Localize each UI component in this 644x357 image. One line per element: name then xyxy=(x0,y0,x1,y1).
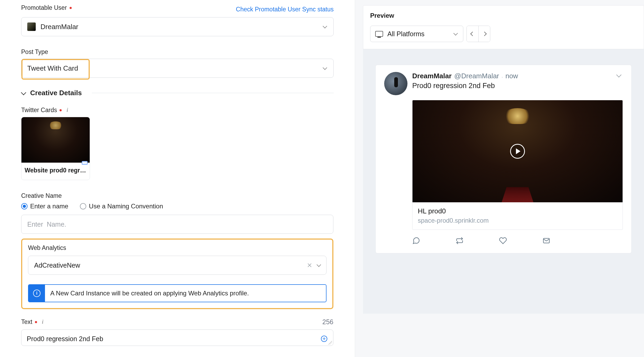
tweet-menu-icon[interactable] xyxy=(617,73,623,79)
preview-next-button[interactable] xyxy=(478,26,490,42)
radio-icon xyxy=(21,203,28,209)
post-type-label: Post Type xyxy=(21,48,334,56)
chevron-right-icon xyxy=(482,32,487,36)
required-dot-icon xyxy=(60,109,62,111)
radio-icon xyxy=(80,203,86,209)
play-icon[interactable] xyxy=(510,144,525,159)
tweet-card-image xyxy=(412,100,623,202)
tweet-preview: DreamMalar @DreamMalar · now Prod0 regre… xyxy=(376,65,631,253)
web-analytics-block: Web Analytics AdCreativeNew i A New Card… xyxy=(21,239,333,309)
clear-icon[interactable] xyxy=(307,263,312,268)
chandelier-icon xyxy=(48,121,63,129)
twitter-card-thumb[interactable]: Website prod0 regre... xyxy=(21,117,90,180)
radio-label: Enter a name xyxy=(30,203,68,210)
chandelier-icon xyxy=(503,108,532,124)
carpet-decoration xyxy=(502,187,533,202)
reply-icon[interactable] xyxy=(412,237,420,245)
web-analytics-value: AdCreativeNew xyxy=(34,262,80,269)
post-type-value: Tweet With Card xyxy=(27,64,78,72)
card-thumb-title: Website prod0 regre... xyxy=(21,163,90,180)
web-analytics-info-text: A New Card Instance will be created on a… xyxy=(45,285,254,302)
required-dot-icon xyxy=(35,321,37,323)
dot-separator: · xyxy=(502,75,503,79)
retweet-icon[interactable] xyxy=(456,237,464,245)
card-type-badge xyxy=(82,161,88,165)
preview-stage: DreamMalar @DreamMalar · now Prod0 regre… xyxy=(363,49,644,314)
tweet-card[interactable]: HL prod0 space-prod0.sprinklr.com xyxy=(412,100,623,230)
post-type-select[interactable]: Tweet With Card xyxy=(21,59,334,78)
chevron-down-icon xyxy=(21,90,26,96)
web-analytics-label: Web Analytics xyxy=(28,244,326,251)
info-badge-icon: i xyxy=(29,285,45,302)
chevron-down-icon xyxy=(453,31,458,36)
chevron-down-icon xyxy=(317,263,321,268)
creative-details-section[interactable]: Creative Details xyxy=(21,89,334,97)
preview-title: Preview xyxy=(370,12,394,19)
tweet-avatar xyxy=(384,72,407,95)
info-icon[interactable]: i xyxy=(40,319,46,325)
add-variable-icon[interactable] xyxy=(321,336,327,342)
creative-name-label: Creative Name xyxy=(21,192,334,199)
card-thumb-image xyxy=(21,117,90,163)
text-value: Prod0 regression 2nd Feb xyxy=(27,335,328,344)
chevron-down-icon xyxy=(323,24,328,29)
chevron-down-icon xyxy=(323,66,328,71)
tweet-body: Prod0 regression 2nd Feb xyxy=(412,82,612,90)
resize-handle-icon[interactable] xyxy=(328,341,332,345)
desktop-icon xyxy=(375,31,383,37)
divider xyxy=(92,93,334,93)
section-title: Creative Details xyxy=(30,89,82,97)
web-analytics-select[interactable]: AdCreativeNew xyxy=(28,256,326,275)
required-dot-icon xyxy=(70,7,72,9)
promotable-user-select[interactable]: DreamMalar xyxy=(21,17,334,36)
tweet-handle: @DreamMalar xyxy=(454,72,499,80)
creative-name-input[interactable] xyxy=(21,215,333,234)
chevron-left-icon xyxy=(470,32,475,36)
radio-label: Use a Naming Convention xyxy=(89,203,163,210)
share-icon[interactable] xyxy=(542,237,550,245)
user-avatar-icon xyxy=(27,22,36,31)
tweet-actions xyxy=(412,237,623,245)
info-icon[interactable]: i xyxy=(64,107,70,113)
platform-value: All Platforms xyxy=(387,30,424,38)
radio-enter-name[interactable]: Enter a name xyxy=(21,203,68,210)
tweet-card-domain: space-prod0.sprinklr.com xyxy=(418,217,617,224)
text-char-count: 256 xyxy=(322,318,333,326)
platform-select[interactable]: All Platforms xyxy=(370,26,463,42)
text-label: Text i xyxy=(21,318,46,326)
promotable-user-label: Promotable User xyxy=(21,4,72,11)
radio-naming-convention[interactable]: Use a Naming Convention xyxy=(80,203,163,210)
text-input-area[interactable]: Prod0 regression 2nd Feb xyxy=(21,329,333,346)
tweet-time: now xyxy=(505,72,518,80)
tweet-card-headline: HL prod0 xyxy=(418,207,617,215)
like-icon[interactable] xyxy=(499,237,507,245)
preview-prev-button[interactable] xyxy=(467,26,478,42)
promotable-user-value: DreamMalar xyxy=(40,23,78,31)
tweet-name: DreamMalar xyxy=(412,72,452,80)
twitter-cards-label: Twitter Cards i xyxy=(21,107,334,114)
preview-panel: Preview All Platforms xyxy=(363,5,644,49)
sync-status-link[interactable]: Check Promotable User Sync status xyxy=(236,6,334,13)
preview-nav xyxy=(466,26,490,42)
web-analytics-info: i A New Card Instance will be created on… xyxy=(28,284,326,302)
